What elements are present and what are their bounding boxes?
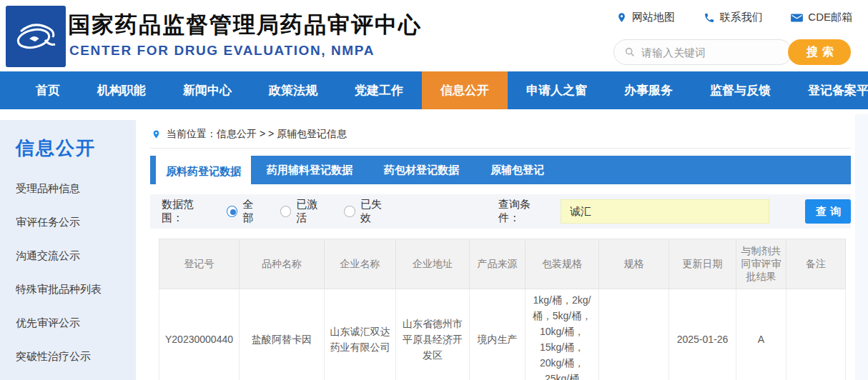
sidebar-item-breakthrough-therapy[interactable]: 突破性治疗公示 (0, 340, 136, 374)
nav-item-functions[interactable]: 机构职能 (79, 71, 164, 109)
col-joint-review-result: 与制剂共同审评审批结果 (736, 239, 786, 289)
cell-company-address: 山东省德州市平原县经济开发区 (396, 289, 470, 380)
search-box[interactable] (613, 39, 792, 65)
cell-spec (599, 289, 669, 380)
nav-item-party[interactable]: 党建工作 (336, 71, 422, 109)
contact-label: 联系我们 (720, 11, 763, 24)
table-row[interactable]: Y20230000440 盐酸阿替卡因 山东诚汇双达药业有限公司 山东省德州市平… (159, 289, 846, 380)
contact-link[interactable]: 联系我们 (704, 11, 763, 24)
table-header-row: 登记号 品种名称 企业名称 企业地址 产品来源 包装规格 规格 更新日期 与制剂… (159, 239, 846, 289)
col-variety-name: 品种名称 (240, 239, 325, 289)
mailbox-link[interactable]: CDE邮箱 (791, 11, 852, 24)
cde-logo (6, 6, 66, 67)
cell-package-spec: 1kg/桶，2kg/桶，5kg/桶，10kg/桶，15kg/桶，20kg/桶，2… (526, 289, 599, 380)
nav-item-registration-platform[interactable]: 登记备案平台 (789, 71, 868, 109)
col-company-name: 企业名称 (325, 239, 396, 289)
cell-joint-review-result: A (736, 289, 786, 380)
radio-inactive-dot (344, 206, 355, 217)
radio-all-dot (227, 206, 237, 217)
page: 国家药品监督管理局药品审评中心 CENTER FOR DRUG EVALUATI… (0, 0, 868, 380)
col-registration-no: 登记号 (159, 239, 240, 289)
nav-item-policies[interactable]: 政策法规 (250, 71, 336, 109)
col-company-address: 企业地址 (396, 239, 470, 289)
tab-bar: 原料药登记数据 药用辅料登记数据 药包材登记数据 原辅包登记 (150, 156, 851, 184)
main-content: 当前位置：信息公开 > > 原辅包登记信息 原料药登记数据 药用辅料登记数据 药… (150, 120, 851, 380)
cell-product-source: 境内生产 (470, 289, 526, 380)
main-nav: 首页 机构职能 新闻中心 政策法规 党建工作 信息公开 申请人之窗 办事服务 监… (0, 71, 868, 109)
query-input[interactable] (561, 199, 769, 224)
site-subtitle: CENTER FOR DRUG EVALUATION, NMPA (69, 43, 375, 59)
tab-packaging-registration[interactable]: 药包材登记数据 (368, 156, 475, 184)
radio-activated-label: 已激活 (296, 198, 327, 225)
nav-item-applicant[interactable]: 申请人之窗 (508, 71, 606, 109)
query-label: 查询条件： (498, 198, 551, 225)
search-button[interactable]: 搜索 (788, 39, 851, 65)
filter-bar: 数据范围： 全部 已激活 已失效 查询条件： 查询 (150, 194, 851, 229)
col-package-spec: 包装规格 (526, 239, 599, 289)
query-button[interactable]: 查询 (805, 199, 851, 224)
top-links: 网站地图 联系我们 CDE邮箱 (616, 11, 852, 24)
col-spec: 规格 (599, 239, 669, 289)
radio-inactive-label: 已失效 (360, 198, 391, 225)
header-search: 搜索 (613, 39, 851, 65)
nav-item-info-disclosure[interactable]: 信息公开 (422, 71, 508, 109)
cell-update-date: 2025-01-26 (669, 289, 736, 380)
sidebar-item-priority-review[interactable]: 优先审评公示 (0, 306, 136, 340)
tab-api-registration[interactable]: 原料药登记数据 (156, 156, 251, 187)
breadcrumb: 当前位置：信息公开 > > 原辅包登记信息 (150, 120, 851, 149)
sidebar-item-communication[interactable]: 沟通交流公示 (0, 239, 136, 273)
radio-activated-dot (280, 206, 291, 217)
sitemap-label: 网站地图 (632, 11, 675, 24)
col-product-source: 产品来源 (470, 239, 526, 289)
mailbox-label: CDE邮箱 (808, 11, 852, 24)
radio-all-label: 全部 (242, 198, 263, 225)
search-input[interactable] (641, 46, 763, 59)
location-pin-icon (616, 11, 627, 24)
radio-all[interactable]: 全部 (227, 198, 263, 225)
site-header: 国家药品监督管理局药品审评中心 CENTER FOR DRUG EVALUATI… (0, 0, 868, 71)
nav-item-news[interactable]: 新闻中心 (164, 71, 250, 109)
mail-icon (791, 13, 803, 23)
sidebar-item-special-approval[interactable]: 特殊审批品种列表 (0, 273, 136, 306)
scope-label: 数据范围： (162, 198, 214, 225)
radio-inactive[interactable]: 已失效 (344, 198, 391, 225)
search-icon (624, 46, 636, 58)
breadcrumb-text: 当前位置：信息公开 > > 原辅包登记信息 (167, 128, 347, 141)
cell-company-name: 山东诚汇双达药业有限公司 (325, 289, 396, 380)
site-title: 国家药品监督管理局药品审评中心 (68, 10, 422, 40)
cell-variety-name: 盐酸阿替卡因 (240, 289, 325, 380)
breadcrumb-pin-icon (152, 129, 161, 140)
registration-table: 登记号 品种名称 企业名称 企业地址 产品来源 包装规格 规格 更新日期 与制剂… (159, 239, 846, 380)
sidebar-item-accepted-varieties[interactable]: 受理品种信息 (0, 172, 136, 206)
nav-item-supervision[interactable]: 监督与反馈 (691, 71, 789, 109)
tab-excipient-registration[interactable]: 药用辅料登记数据 (251, 156, 368, 184)
logo-swoosh-icon (12, 14, 59, 59)
cell-remarks (786, 289, 846, 380)
page-right-gutter (855, 114, 868, 380)
col-remarks: 备注 (786, 239, 846, 289)
nav-item-services[interactable]: 办事服务 (606, 71, 691, 109)
scope-radio-group: 全部 已激活 已失效 (227, 198, 391, 225)
phone-icon (704, 12, 715, 24)
sidebar-item-review-tasks[interactable]: 审评任务公示 (0, 206, 136, 239)
col-update-date: 更新日期 (669, 239, 736, 289)
tab-apief-registration[interactable]: 原辅包登记 (475, 156, 560, 184)
cell-registration-no: Y20230000440 (159, 289, 240, 380)
sitemap-link[interactable]: 网站地图 (616, 11, 675, 24)
nav-item-home[interactable]: 首页 (17, 71, 79, 109)
radio-activated[interactable]: 已激活 (280, 198, 327, 225)
sidebar-title: 信息公开 (16, 136, 136, 161)
sidebar: 信息公开 受理品种信息 审评任务公示 沟通交流公示 特殊审批品种列表 优先审评公… (0, 120, 136, 380)
